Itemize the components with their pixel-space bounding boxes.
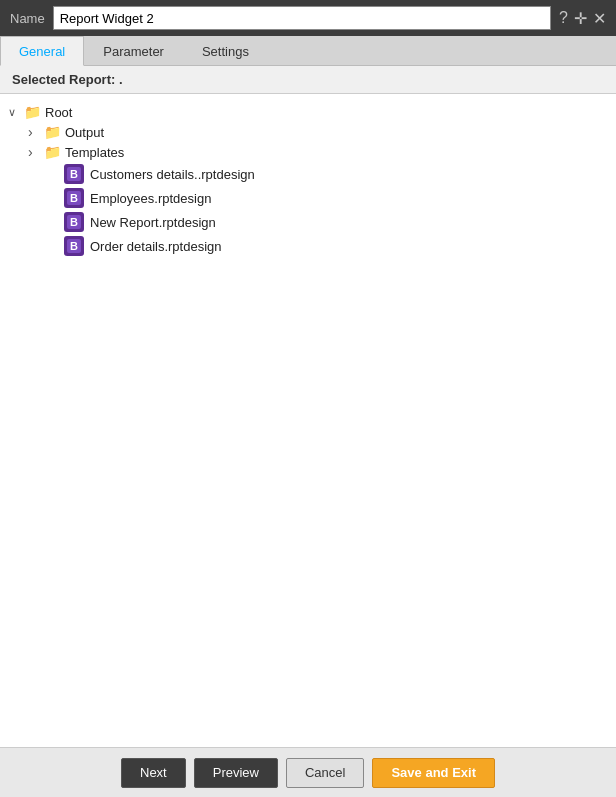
file-icon-customers: B	[64, 164, 84, 184]
folder-icon-templates: 📁	[44, 144, 61, 160]
file-icon-employees: B	[64, 188, 84, 208]
tree-label-output: Output	[65, 125, 104, 140]
selected-report-bar: Selected Report: .	[0, 66, 616, 94]
toggle-templates[interactable]	[28, 144, 44, 160]
help-icon[interactable]: ?	[559, 9, 568, 27]
tree-label-new-report: New Report.rptdesign	[90, 215, 216, 230]
tree-node-root[interactable]: 📁 Root	[0, 102, 616, 122]
tree-file-new-report[interactable]: B New Report.rptdesign	[0, 210, 616, 234]
file-icon-order-details: B	[64, 236, 84, 256]
toggle-root[interactable]	[8, 106, 24, 119]
tab-general[interactable]: General	[0, 36, 84, 66]
tab-parameter[interactable]: Parameter	[84, 36, 183, 65]
tab-settings[interactable]: Settings	[183, 36, 268, 65]
tree-label-employees: Employees.rptdesign	[90, 191, 211, 206]
footer: Next Preview Cancel Save and Exit	[0, 747, 616, 797]
main-content: 📁 Root 📁 Output 📁 Templates B Customers …	[0, 94, 616, 747]
tree-file-customers[interactable]: B Customers details..rptdesign	[0, 162, 616, 186]
close-icon[interactable]: ✕	[593, 9, 606, 28]
tree-file-order-details[interactable]: B Order details.rptdesign	[0, 234, 616, 258]
tree-label-order-details: Order details.rptdesign	[90, 239, 222, 254]
folder-icon-output: 📁	[44, 124, 61, 140]
tree-node-output[interactable]: 📁 Output	[0, 122, 616, 142]
preview-button[interactable]: Preview	[194, 758, 278, 788]
tree-label-root: Root	[45, 105, 72, 120]
file-icon-new-report: B	[64, 212, 84, 232]
cancel-button[interactable]: Cancel	[286, 758, 364, 788]
folder-icon-root: 📁	[24, 104, 41, 120]
header-icons: ? ✛ ✕	[559, 9, 606, 28]
tree-label-customers: Customers details..rptdesign	[90, 167, 255, 182]
widget-name-input[interactable]	[53, 6, 551, 30]
tree-label-templates: Templates	[65, 145, 124, 160]
tree-file-employees[interactable]: B Employees.rptdesign	[0, 186, 616, 210]
toggle-output[interactable]	[28, 124, 44, 140]
move-icon[interactable]: ✛	[574, 9, 587, 28]
name-label: Name	[10, 11, 45, 26]
tree-node-templates[interactable]: 📁 Templates	[0, 142, 616, 162]
header: Name ? ✛ ✕	[0, 0, 616, 36]
save-exit-button[interactable]: Save and Exit	[372, 758, 495, 788]
next-button[interactable]: Next	[121, 758, 186, 788]
tab-bar: General Parameter Settings	[0, 36, 616, 66]
